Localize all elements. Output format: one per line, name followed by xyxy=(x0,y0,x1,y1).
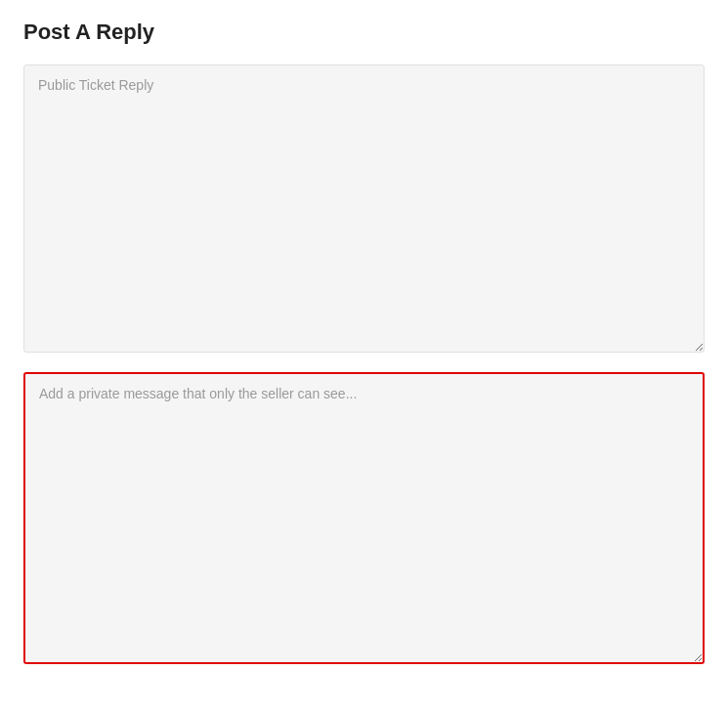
public-reply-textarea[interactable] xyxy=(23,64,705,353)
private-reply-wrapper xyxy=(23,372,705,664)
public-reply-wrapper xyxy=(23,64,705,356)
private-reply-textarea[interactable] xyxy=(25,374,703,662)
page-title: Post A Reply xyxy=(23,20,705,45)
